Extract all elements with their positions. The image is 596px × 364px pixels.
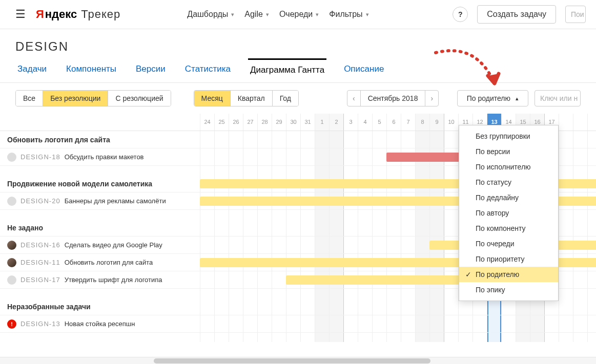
chevron-down-icon: ▾ xyxy=(366,11,369,18)
dropdown-item[interactable]: По версии xyxy=(459,144,558,159)
search-input[interactable]: Пои xyxy=(565,6,586,23)
date-pager: ‹ Сентябрь 2018 › xyxy=(347,90,439,106)
help-button[interactable]: ? xyxy=(453,7,468,22)
date-cell xyxy=(587,114,596,131)
task-title: Новая стойка ресепшн xyxy=(65,320,135,328)
tab-задачи[interactable]: Задачи xyxy=(15,59,49,82)
dropdown-item[interactable]: По приоритету xyxy=(459,251,558,267)
task-key: DESIGN-11 xyxy=(20,259,60,266)
date-cell: 4 xyxy=(358,114,372,131)
tab-версии[interactable]: Версии xyxy=(134,59,168,82)
date-cell: 7 xyxy=(401,114,415,131)
task-title: Обновить логотип для сайта xyxy=(65,259,153,266)
task-row[interactable]: !DESIGN-13Новая стойка ресепшн xyxy=(0,315,596,333)
date-cell: 1 xyxy=(315,114,329,131)
date-cell xyxy=(559,114,573,131)
task-key: DESIGN-20 xyxy=(20,197,60,205)
dropdown-item[interactable]: По родителю xyxy=(459,267,558,282)
date-cell: 10 xyxy=(444,114,458,131)
chevron-up-icon: ▴ xyxy=(516,95,519,102)
create-task-button[interactable]: Создать задачу xyxy=(477,5,556,24)
date-cell: 28 xyxy=(257,114,272,131)
nav-queues[interactable]: Очереди▾ xyxy=(279,10,319,19)
tab-статистика[interactable]: Статистика xyxy=(183,59,233,82)
task-title: Обсудить правки макетов xyxy=(65,153,144,161)
chevron-down-icon: ▾ xyxy=(231,11,234,18)
task-key: DESIGN-17 xyxy=(20,276,60,284)
avatar xyxy=(7,197,16,206)
tabs: ЗадачиКомпонентыВерсииСтатистикаДиаграмм… xyxy=(0,59,596,83)
date-cell: 30 xyxy=(286,114,300,131)
avatar: ! xyxy=(7,319,16,329)
dropdown-item[interactable]: По эпику xyxy=(459,282,558,297)
avatar xyxy=(7,241,16,250)
filter-bar: ВсеБез резолюцииС резолюцией МесяцКварта… xyxy=(0,83,596,114)
seg-Квартал[interactable]: Квартал xyxy=(231,91,273,106)
date-cell xyxy=(573,114,587,131)
avatar xyxy=(7,153,16,162)
nav-filters[interactable]: Фильтры▾ xyxy=(329,10,368,19)
tab-компоненты[interactable]: Компоненты xyxy=(64,59,118,82)
date-cell: 29 xyxy=(272,114,286,131)
date-cell: 27 xyxy=(243,114,257,131)
date-cell: 26 xyxy=(229,114,243,131)
nav-agile[interactable]: Agile▾ xyxy=(244,10,269,19)
chevron-down-icon: ▾ xyxy=(266,11,269,18)
horizontal-scrollbar[interactable] xyxy=(0,357,596,364)
tab-диаграмма гантта[interactable]: Диаграмма Гантта xyxy=(248,58,326,82)
task-key: DESIGN-13 xyxy=(20,320,60,328)
resolution-segment: ВсеБез резолюцииС резолюцией xyxy=(15,90,171,106)
page-title: DESIGN xyxy=(0,29,596,59)
pager-prev-button[interactable]: ‹ xyxy=(347,91,361,106)
pager-next-button[interactable]: › xyxy=(425,91,438,106)
logo-text: ндекс xyxy=(45,8,77,21)
avatar xyxy=(7,258,16,267)
dropdown-item[interactable]: По компоненту xyxy=(459,221,558,236)
seg-Год[interactable]: Год xyxy=(273,91,298,106)
logo-tracker: Трекер xyxy=(81,8,120,21)
date-cell: 9 xyxy=(429,114,444,131)
task-title: Сделать видео для Google Play xyxy=(65,241,162,249)
task-key: DESIGN-18 xyxy=(20,153,60,161)
period-segment: МесяцКварталГод xyxy=(194,90,299,106)
key-search-input[interactable]: Ключ или н xyxy=(535,90,581,106)
date-cell: 31 xyxy=(300,114,315,131)
group-by-button[interactable]: По родителю ▴ xyxy=(457,90,528,106)
logo[interactable]: Яндекс Трекер xyxy=(36,8,120,21)
task-title: Баннеры для рекламы самолёти xyxy=(65,197,166,205)
nav-dashboards[interactable]: Дашборды▾ xyxy=(187,10,234,19)
group-by-dropdown: Без группировкиПо версииПо исполнителюПо… xyxy=(459,125,559,301)
avatar xyxy=(7,275,16,285)
seg-Без резолюции[interactable]: Без резолюции xyxy=(43,91,108,106)
date-cell: 5 xyxy=(372,114,386,131)
seg-Месяц[interactable]: Месяц xyxy=(194,91,231,106)
date-cell: 8 xyxy=(415,114,429,131)
logo-y: Я xyxy=(36,8,44,21)
dropdown-item[interactable]: По дедлайну xyxy=(459,190,558,205)
task-title: Утвердить шрифт для логотипа xyxy=(65,276,162,284)
date-cell: 3 xyxy=(343,114,358,131)
tab-описание[interactable]: Описание xyxy=(342,59,386,82)
dropdown-item[interactable]: Без группировки xyxy=(459,129,558,144)
date-cell: 2 xyxy=(329,114,343,131)
dropdown-item[interactable]: По статусу xyxy=(459,175,558,190)
pager-label: Сентябрь 2018 xyxy=(361,91,426,106)
date-cell: 25 xyxy=(214,114,229,131)
date-cell: 6 xyxy=(386,114,401,131)
seg-Все[interactable]: Все xyxy=(16,91,43,106)
app-header: ☰ Яндекс Трекер Дашборды▾ Agile▾ Очереди… xyxy=(0,0,596,29)
dropdown-item[interactable]: По исполнителю xyxy=(459,159,558,175)
seg-С резолюцией[interactable]: С резолюцией xyxy=(108,91,170,106)
dropdown-item[interactable]: По автору xyxy=(459,205,558,221)
date-cell: 24 xyxy=(200,114,214,131)
hamburger-icon[interactable]: ☰ xyxy=(15,8,26,21)
dropdown-item[interactable]: По очереди xyxy=(459,236,558,251)
task-key: DESIGN-16 xyxy=(20,241,60,249)
scrollbar-thumb[interactable] xyxy=(154,358,430,363)
chevron-down-icon: ▾ xyxy=(316,11,319,18)
